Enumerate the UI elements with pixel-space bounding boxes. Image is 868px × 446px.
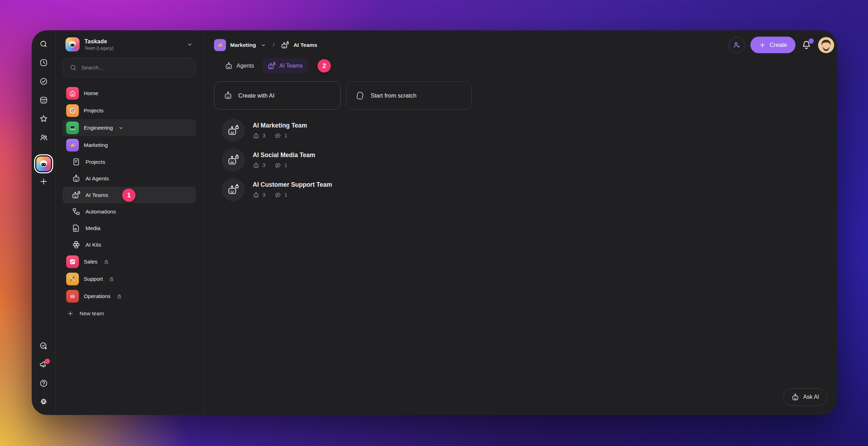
team-row-social-media[interactable]: AI Social Media Team 3 1: [222, 148, 837, 172]
user-avatar[interactable]: [818, 37, 834, 53]
team-name: AI Customer Support Team: [253, 181, 332, 188]
announcements-badge-dot: [45, 359, 50, 364]
chevron-down-icon[interactable]: [260, 42, 266, 48]
calendar-icon[interactable]: [39, 95, 48, 105]
contacts-icon[interactable]: [39, 133, 48, 142]
team-meta: 3 1: [253, 192, 332, 198]
robot-icon: [253, 162, 259, 169]
create-with-ai-button[interactable]: Create with AI: [214, 81, 341, 110]
robot-team-icon: [281, 41, 289, 49]
create-button[interactable]: Create: [750, 37, 795, 53]
search-icon[interactable]: [39, 39, 48, 49]
search-input[interactable]: Search...: [63, 58, 196, 78]
action-buttons: Create with AI Start from scratch: [214, 81, 837, 110]
create-with-ai-label: Create with AI: [238, 92, 275, 99]
sidebar-item-marketing-projects[interactable]: Projects: [63, 154, 196, 170]
tab-label: Agents: [237, 63, 254, 69]
breadcrumb-team-icon[interactable]: [214, 39, 226, 51]
chevron-down-icon: [118, 125, 124, 131]
team-name: AI Marketing Team: [253, 122, 307, 129]
chat-count: 1: [284, 133, 287, 138]
new-task-icon[interactable]: [39, 341, 48, 351]
sidebar-item-engineering[interactable]: Engineering: [63, 119, 196, 136]
settings-icon[interactable]: [39, 397, 48, 407]
chat-bubble-icon: [275, 162, 281, 169]
help-icon[interactable]: [39, 379, 48, 388]
team-row-customer-support[interactable]: AI Customer Support Team 3 1: [222, 178, 837, 201]
sidebar-nav: Home Projects Engineering Marketing: [63, 85, 196, 322]
document-icon: [72, 157, 81, 166]
sidebar-item-support[interactable]: Support: [63, 270, 196, 287]
chat-bubble-icon: [275, 132, 281, 139]
tab-agents[interactable]: Agents: [220, 58, 259, 74]
notifications-button[interactable]: [801, 39, 812, 51]
sidebar: Taskade Team (Legacy) Search... Home Pro…: [56, 30, 203, 415]
agent-count: 3: [263, 192, 265, 198]
sidebar-item-ai-teams[interactable]: AI Teams 1: [63, 187, 196, 203]
breadcrumb-team[interactable]: Marketing: [230, 42, 256, 48]
team-row-marketing[interactable]: AI Marketing Team 3 1: [222, 119, 837, 142]
team-name: AI Social Media Team: [253, 151, 315, 159]
laptop-icon: [66, 122, 79, 134]
sidebar-item-label: Operations: [84, 293, 111, 299]
history-icon[interactable]: [39, 58, 48, 67]
new-team-button[interactable]: New team: [63, 305, 196, 322]
robot-team-icon: [227, 154, 239, 166]
robot-icon: [72, 174, 81, 183]
tasks-icon[interactable]: [39, 77, 48, 86]
announcements-icon[interactable]: [39, 360, 48, 369]
notification-dot: [809, 38, 814, 44]
robot-icon: [224, 91, 233, 100]
favorites-icon[interactable]: [39, 114, 48, 123]
lock-icon: [116, 293, 122, 299]
media-file-icon: [72, 224, 81, 233]
add-workspace-icon[interactable]: [39, 177, 48, 186]
taskade-logo-face: [68, 39, 77, 49]
workspace-logo: [65, 37, 80, 51]
target-icon: [66, 104, 79, 117]
sidebar-item-sales[interactable]: Sales: [63, 253, 196, 270]
plus-icon: [67, 310, 74, 317]
avatar-image: [818, 37, 834, 53]
invite-button[interactable]: [729, 37, 745, 53]
team-info: AI Marketing Team 3 1: [253, 122, 307, 139]
ask-ai-button[interactable]: Ask AI: [783, 388, 827, 406]
ai-team-list: AI Marketing Team 3 1 AI Social Media Te…: [222, 119, 837, 201]
plus-icon: [759, 42, 766, 49]
sidebar-item-label: Marketing: [84, 142, 108, 148]
workspace-switcher[interactable]: Taskade Team (Legacy): [63, 37, 196, 51]
sidebar-item-label: Projects: [86, 159, 105, 165]
chat-bubble-icon: [275, 192, 281, 198]
sidebar-item-marketing[interactable]: Marketing: [63, 136, 196, 154]
sidebar-item-label: Sales: [84, 259, 98, 265]
robot-team-icon: [72, 191, 81, 199]
sidebar-item-projects[interactable]: Projects: [63, 102, 196, 119]
team-avatar: [222, 119, 245, 142]
workspace-avatar[interactable]: [36, 156, 51, 171]
tab-label: AI Teams: [279, 63, 303, 69]
brain-icon: [66, 290, 79, 303]
sidebar-item-home[interactable]: Home: [63, 85, 196, 102]
sidebar-item-media[interactable]: Media: [63, 220, 196, 236]
team-info: AI Social Media Team 3 1: [253, 151, 315, 169]
robot-team-icon: [227, 184, 239, 196]
sidebar-item-ai-kits[interactable]: AI Kits: [63, 236, 196, 253]
sidebar-item-operations[interactable]: Operations: [63, 287, 196, 305]
breadcrumb-page[interactable]: AI Teams: [294, 42, 317, 48]
tab-ai-teams[interactable]: AI Teams: [263, 58, 308, 74]
sidebar-item-ai-agents[interactable]: AI Agents: [63, 170, 196, 187]
start-from-scratch-button[interactable]: Start from scratch: [346, 81, 472, 110]
ask-ai-label: Ask AI: [803, 394, 819, 400]
blank-page-icon: [356, 91, 365, 100]
search-icon: [69, 64, 77, 72]
new-team-label: New team: [80, 310, 104, 317]
tools-icon: [66, 273, 79, 285]
icon-rail: [32, 30, 56, 415]
sidebar-item-automations[interactable]: Automations: [63, 203, 196, 220]
start-from-scratch-label: Start from scratch: [371, 92, 416, 99]
lock-icon: [108, 276, 115, 282]
team-meta: 3 1: [253, 162, 315, 169]
sidebar-item-label: Support: [84, 276, 103, 282]
robot-icon: [253, 192, 259, 198]
sidebar-item-label: Media: [86, 225, 100, 231]
